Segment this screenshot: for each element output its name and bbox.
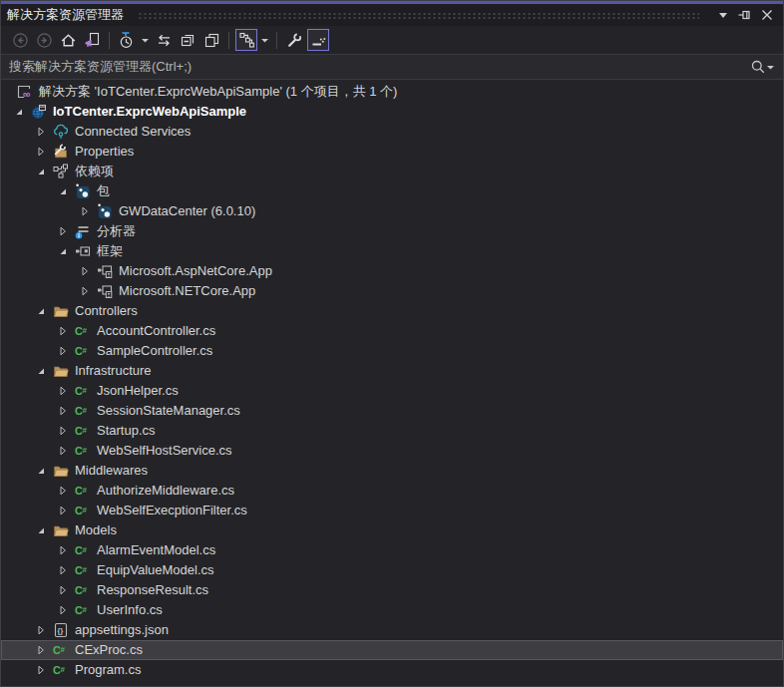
tree-row-label: UserInfo.cs — [97, 600, 163, 620]
tree-row[interactable]: C# EquipValueModel.cs — [1, 560, 783, 580]
expander-collapsed-icon[interactable] — [33, 642, 53, 658]
svg-text:#: # — [83, 585, 88, 594]
expander-expanded-icon[interactable] — [33, 164, 53, 179]
tree-row[interactable]: Middlewares — [1, 461, 783, 481]
filter-dropdown-button[interactable] — [140, 29, 151, 51]
svg-text:#: # — [83, 326, 88, 335]
tree-row-label: 框架 — [97, 241, 123, 261]
chevron-down-icon — [766, 59, 775, 75]
tree-row[interactable]: 分析器 — [1, 221, 783, 241]
collapse-all-button[interactable] — [177, 29, 198, 51]
tree-row[interactable]: C# WebSelfHostService.cs — [1, 441, 783, 461]
tree-row-label: JsonHelper.cs — [97, 381, 179, 401]
svg-text:#: # — [83, 426, 88, 435]
home-button[interactable] — [57, 29, 79, 51]
csharp-icon: C# — [75, 343, 91, 359]
back-button[interactable] — [9, 29, 31, 51]
tree-row-label: ResponseResult.cs — [97, 580, 208, 600]
preview-selected-items-button[interactable] — [307, 29, 329, 51]
window-position-menu-button[interactable] — [713, 6, 733, 24]
switch-views-button[interactable] — [153, 29, 175, 51]
svg-text:#: # — [61, 665, 66, 674]
expander-collapsed-icon[interactable] — [55, 343, 75, 359]
expander-collapsed-icon[interactable] — [33, 662, 53, 678]
tree-row[interactable]: C# AccountController.cs — [1, 321, 783, 341]
tree-row[interactable]: C# UserInfo.cs — [1, 600, 783, 620]
tree-row[interactable]: C# SessionStateManager.cs — [1, 401, 783, 421]
scope-nodes-icon — [238, 32, 255, 49]
expander-collapsed-icon[interactable] — [55, 503, 75, 518]
tree-row[interactable]: Infrastructure — [1, 361, 783, 381]
tree-row[interactable]: C# SampleController.cs — [1, 341, 783, 361]
expander-collapsed-icon[interactable] — [33, 622, 53, 638]
tree-row-label: IoTCenter.ExprcWebApiSample — [53, 102, 246, 122]
expander-collapsed-icon[interactable] — [77, 203, 97, 219]
sync-with-active-document-button[interactable] — [81, 29, 103, 51]
tree-row[interactable]: Models — [1, 520, 783, 540]
tree-row[interactable]: ∞ 解决方案 'IoTCenter.ExprcWebApiSample' (1 … — [1, 82, 783, 102]
expander-expanded-icon[interactable] — [55, 243, 75, 259]
tree-row[interactable]: C# ResponseResult.cs — [1, 580, 783, 600]
tree-row[interactable]: Microsoft.AspNetCore.App — [1, 261, 783, 281]
search-button[interactable] — [750, 59, 775, 75]
close-button[interactable] — [757, 6, 777, 24]
expander-expanded-icon[interactable] — [33, 463, 53, 479]
tree-row[interactable]: C# Program.cs — [1, 660, 783, 680]
expander-expanded-icon[interactable] — [11, 104, 31, 120]
expander-collapsed-icon[interactable] — [33, 124, 53, 140]
expander-collapsed-icon[interactable] — [77, 283, 97, 299]
expander-collapsed-icon[interactable] — [55, 602, 75, 618]
tree-row[interactable]: Microsoft.NETCore.App — [1, 281, 783, 301]
expander-collapsed-icon[interactable] — [55, 483, 75, 499]
expander-collapsed-icon[interactable] — [55, 443, 75, 459]
tree-row-label: Connected Services — [75, 122, 191, 142]
expander-collapsed-icon[interactable] — [55, 582, 75, 598]
svg-text:#: # — [83, 406, 88, 415]
expander-collapsed-icon[interactable] — [55, 423, 75, 439]
tree-row-label: AccountController.cs — [97, 321, 215, 341]
wrench-icon — [286, 32, 303, 49]
expander-expanded-icon[interactable] — [55, 183, 75, 199]
tree-row[interactable]: 依赖项 — [1, 162, 783, 181]
tree-row[interactable]: C# AuthorizeMiddleware.cs — [1, 481, 783, 501]
show-all-files-button[interactable] — [200, 29, 222, 51]
tree-row[interactable]: Properties — [1, 142, 783, 162]
tree-row[interactable]: C# Startup.cs — [1, 421, 783, 441]
properties-button[interactable] — [283, 29, 305, 51]
expander-collapsed-icon[interactable] — [55, 562, 75, 578]
tree-row[interactable]: Controllers — [1, 301, 783, 321]
auto-hide-pin-button[interactable] — [735, 6, 755, 24]
expander-collapsed-icon[interactable] — [33, 144, 53, 160]
titlebar[interactable]: 解决方案资源管理器 — [1, 4, 783, 26]
tree-row-label: Microsoft.AspNetCore.App — [119, 261, 272, 281]
svg-text:#: # — [83, 605, 88, 614]
expander-collapsed-icon[interactable] — [77, 263, 97, 279]
forward-button[interactable] — [33, 29, 55, 51]
solution-hierarchy-toggle-button[interactable] — [235, 29, 257, 51]
tree-row[interactable]: C# WebSelfExecptionFilter.cs — [1, 501, 783, 520]
tree-row-label: AlarmEventModel.cs — [97, 540, 215, 560]
search-placeholder: 搜索解决方案资源管理器(Ctrl+;) — [9, 58, 750, 76]
tree-row[interactable]: C# JsonHelper.cs — [1, 381, 783, 401]
tree-row[interactable]: IoTCenter.ExprcWebApiSample — [1, 102, 783, 122]
tree-row[interactable]: GWDataCenter (6.0.10) — [1, 201, 783, 221]
tree-row[interactable]: C# AlarmEventModel.cs — [1, 540, 783, 560]
expander-collapsed-icon[interactable] — [55, 403, 75, 419]
expander-collapsed-icon[interactable] — [55, 323, 75, 339]
expander-collapsed-icon[interactable] — [55, 383, 75, 399]
search-input[interactable]: 搜索解决方案资源管理器(Ctrl+;) — [1, 54, 783, 80]
expander-collapsed-icon[interactable] — [55, 542, 75, 558]
expander-collapsed-icon[interactable] — [55, 223, 75, 239]
pending-changes-filter-button[interactable] — [116, 29, 138, 51]
tree-row-label: appsettings.json — [75, 620, 169, 640]
tree-row[interactable]: Connected Services — [1, 122, 783, 142]
expander-expanded-icon[interactable] — [33, 303, 53, 319]
hierarchy-dropdown-button[interactable] — [259, 29, 270, 51]
tree-row[interactable]: 框架 — [1, 241, 783, 261]
csharp-icon: C# — [75, 542, 91, 558]
expander-expanded-icon[interactable] — [33, 363, 53, 379]
tree-row[interactable]: {} appsettings.json — [1, 620, 783, 640]
tree-row[interactable]: 包 — [1, 181, 783, 201]
tree-row-selected[interactable]: C# CExProc.cs — [1, 640, 783, 660]
expander-expanded-icon[interactable] — [33, 522, 53, 538]
